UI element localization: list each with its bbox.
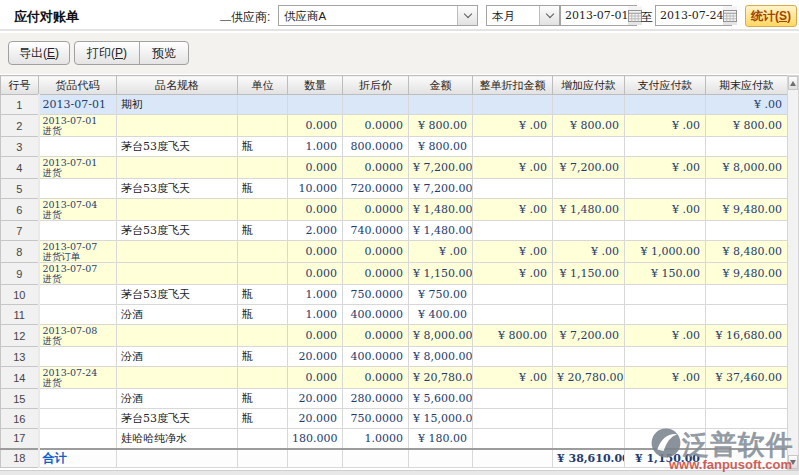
column-header-price[interactable]: 折后价 (343, 76, 409, 95)
scroll-up-icon[interactable] (788, 76, 798, 90)
column-header-amount[interactable]: 金额 (409, 76, 473, 95)
cell-code: 2013-07-01进货 (39, 115, 117, 137)
table-row-12[interactable]: 122013-07-08进货0.0000.0000¥ 8,000.00¥ 800… (1, 325, 788, 347)
table-row-13[interactable]: 13汾酒瓶20.000400.0000¥ 8,000.00 (1, 347, 788, 367)
cell-name: 汾酒 (117, 347, 238, 367)
cell-pay (625, 285, 706, 305)
table-row-8[interactable]: 82013-07-07进货订单0.0000.0000¥ .00¥ .00¥ .0… (1, 241, 788, 263)
cell-discount (473, 285, 553, 305)
cell-amount: ¥ 8,000.00 (409, 325, 473, 347)
cell-ending (706, 449, 788, 468)
table-row-17[interactable]: 17娃哈哈纯净水180.0001.0000¥ 180.00 (1, 429, 788, 449)
date-from-input[interactable]: 2013-07-01 (560, 5, 637, 26)
scroll-down-icon[interactable] (788, 455, 798, 469)
cell-pay: ¥ .00 (625, 367, 706, 389)
cell-no: 17 (1, 429, 39, 449)
print-preview-button-group: 打印(P) 预览 (74, 41, 189, 65)
cell-unit (238, 449, 288, 468)
cell-amount (409, 449, 473, 468)
preview-button[interactable]: 预览 (139, 42, 188, 64)
cell-discount: ¥ .00 (473, 115, 553, 137)
period-select[interactable]: 本月 (486, 5, 560, 26)
cell-qty: 10.000 (288, 179, 343, 199)
cell-name (117, 199, 238, 221)
cell-code: 2013-07-01 (39, 95, 117, 115)
table-header-row: 行号货品代码品名规格单位数量折后价金额整单折扣金额增加应付款支付应付款期末应付款 (1, 76, 788, 95)
date-to-value: 2013-07-24 (656, 9, 723, 22)
cell-increase: ¥ 800.00 (553, 115, 625, 137)
chevron-down-icon[interactable] (539, 6, 559, 25)
cell-name: 茅台53度飞天 (117, 409, 238, 429)
cell-pay: ¥ 1,150.00 (625, 449, 706, 468)
calendar-icon[interactable] (723, 6, 737, 25)
table-row-2[interactable]: 22013-07-01进货0.0000.0000¥ 800.00¥ .00¥ 8… (1, 115, 788, 137)
table-row-18[interactable]: 18合计¥ 38,610.00¥ 1,150.00 (1, 449, 788, 468)
cell-code (39, 137, 117, 157)
table-row-16[interactable]: 16茅台53度飞天瓶20.000750.0000¥ 15,000.00 (1, 409, 788, 429)
cell-price: 800.0000 (343, 137, 409, 157)
table-row-5[interactable]: 5茅台53度飞天瓶10.000720.0000¥ 7,200.00 (1, 179, 788, 199)
table-row-15[interactable]: 15汾酒瓶20.000280.0000¥ 5,600.00 (1, 389, 788, 409)
cell-amount: ¥ 15,000.00 (409, 409, 473, 429)
cell-pay (625, 389, 706, 409)
cell-increase (553, 429, 625, 449)
cell-ending: ¥ 9,480.00 (706, 199, 788, 221)
vertical-scrollbar[interactable] (787, 75, 799, 470)
column-header-code[interactable]: 货品代码 (39, 76, 117, 95)
cell-qty: 2.000 (288, 221, 343, 241)
cell-name (117, 115, 238, 137)
export-button[interactable]: 导出(E) (8, 41, 70, 65)
table-row-9[interactable]: 92013-07-07进货0.0000.0000¥ 1,150.00¥ .00¥… (1, 263, 788, 285)
cell-unit (238, 367, 288, 389)
cell-code: 2013-07-04进货 (39, 199, 117, 221)
column-header-discount[interactable]: 整单折扣金额 (473, 76, 553, 95)
cell-discount: ¥ .00 (473, 157, 553, 179)
supplier-select[interactable]: 供应商A (278, 5, 478, 26)
column-header-unit[interactable]: 单位 (238, 76, 288, 95)
chevron-down-icon[interactable] (457, 6, 477, 25)
cell-discount (473, 347, 553, 367)
cell-price: 0.0000 (343, 241, 409, 263)
cell-no: 13 (1, 347, 39, 367)
table-row-11[interactable]: 11汾酒瓶1.000400.0000¥ 400.00 (1, 305, 788, 325)
cell-name (117, 449, 238, 468)
cell-unit: 瓶 (238, 389, 288, 409)
cell-increase (553, 389, 625, 409)
cell-increase: ¥ 1,480.00 (553, 199, 625, 221)
cell-discount (473, 305, 553, 325)
column-header-name[interactable]: 品名规格 (117, 76, 238, 95)
supplier-label: 供应商: (231, 9, 270, 26)
table-row-4[interactable]: 42013-07-01进货0.0000.0000¥ 7,200.00¥ .00¥… (1, 157, 788, 179)
cell-qty: 20.000 (288, 389, 343, 409)
cell-ending: ¥ 9,480.00 (706, 263, 788, 285)
cell-amount: ¥ 20,780.00 (409, 367, 473, 389)
table-row-14[interactable]: 142013-07-24进货0.0000.0000¥ 20,780.00¥ .0… (1, 367, 788, 389)
cell-price: 0.0000 (343, 367, 409, 389)
cell-amount: ¥ 8,000.00 (409, 347, 473, 367)
column-header-qty[interactable]: 数量 (288, 76, 343, 95)
column-header-increase[interactable]: 增加应付款 (553, 76, 625, 95)
cell-code (39, 429, 117, 449)
column-header-ending[interactable]: 期末应付款 (706, 76, 788, 95)
column-header-no[interactable]: 行号 (1, 76, 39, 95)
date-to-input[interactable]: 2013-07-24 (655, 5, 732, 26)
stats-button[interactable]: 统计(S) (745, 5, 797, 27)
table-row-10[interactable]: 10茅台53度飞天瓶1.000750.0000¥ 750.00 (1, 285, 788, 305)
column-header-pay[interactable]: 支付应付款 (625, 76, 706, 95)
cell-price (343, 95, 409, 115)
cell-name: 茅台53度飞天 (117, 285, 238, 305)
cell-name (117, 157, 238, 179)
table-row-3[interactable]: 3茅台53度飞天瓶1.000800.0000¥ 800.00 (1, 137, 788, 157)
cell-qty: 1.000 (288, 285, 343, 305)
cell-discount: ¥ .00 (473, 263, 553, 285)
cell-price (343, 449, 409, 468)
table-row-6[interactable]: 62013-07-04进货0.0000.0000¥ 1,480.00¥ .00¥… (1, 199, 788, 221)
cell-ending: ¥ 37,460.00 (706, 367, 788, 389)
cell-increase (553, 179, 625, 199)
cell-ending (706, 221, 788, 241)
table-row-7[interactable]: 7茅台53度飞天瓶2.000740.0000¥ 1,480.00 (1, 221, 788, 241)
print-button[interactable]: 打印(P) (75, 42, 139, 64)
cell-name (117, 263, 238, 285)
horizontal-scrollbar[interactable] (0, 470, 799, 475)
table-row-1[interactable]: 12013-07-01期初¥ .00 (1, 95, 788, 115)
